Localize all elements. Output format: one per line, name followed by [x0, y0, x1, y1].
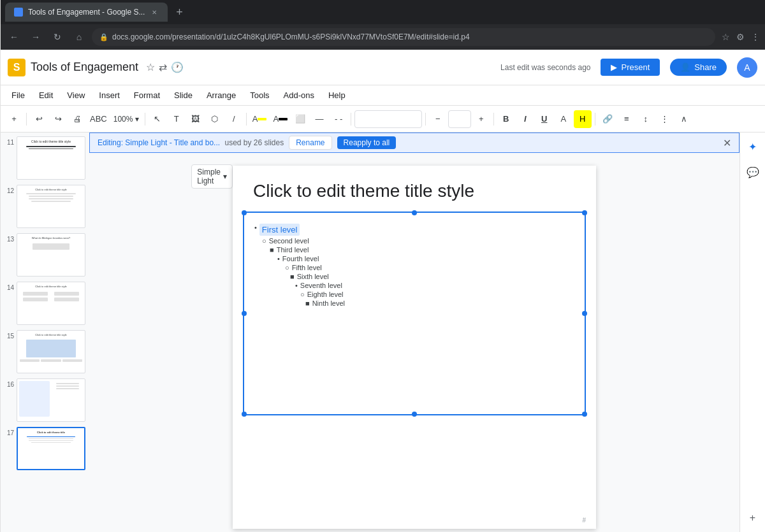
text-color-swatch [279, 118, 288, 120]
menu-insert[interactable]: Insert [92, 88, 126, 103]
slide-thumb-img-15: Click to edit theme title style [17, 330, 85, 373]
print-button[interactable]: 🖨 [68, 110, 86, 128]
active-tab[interactable]: Tools of Engagement - Google S... ✕ [5, 3, 168, 22]
font-name: Lexend Deca [360, 114, 409, 124]
zoom-button[interactable]: 100% ▾ [111, 110, 142, 128]
theme-name: Simple Light [197, 168, 221, 185]
back-button[interactable]: ← [5, 28, 23, 46]
slide-thumbnail-14[interactable]: 14 Click to edit theme title style [3, 280, 87, 326]
slide-thumbnail-16[interactable]: 16 [3, 377, 87, 423]
reload-button[interactable]: ↻ [48, 28, 66, 46]
underline-button[interactable]: U [536, 110, 553, 128]
decrease-font-button[interactable]: − [429, 110, 447, 128]
new-tab-button[interactable]: + [171, 4, 187, 20]
increase-font-button[interactable]: + [472, 110, 490, 128]
insert-link-button[interactable]: 🔗 [599, 110, 616, 128]
text-level2: Second level [269, 237, 309, 245]
align-button[interactable]: ≡ [618, 110, 636, 128]
menu-format[interactable]: Format [127, 88, 166, 103]
text-box-button[interactable]: T [168, 110, 186, 128]
slide-number-14: 14 [4, 282, 14, 291]
menu-edit[interactable]: Edit [33, 88, 59, 103]
present-button[interactable]: ▶ Present [601, 59, 660, 76]
main-layout: 11 Click to edit theme title style 12 Cl… [0, 133, 765, 532]
menu-help[interactable]: Help [322, 88, 352, 103]
slide-title[interactable]: Click to edit theme title style [233, 166, 596, 206]
font-color-button[interactable]: A [555, 110, 572, 128]
reapply-button[interactable]: Reapply to all [337, 136, 397, 149]
bullet-level8: ○ [300, 291, 305, 298]
highlight-button[interactable]: H [574, 110, 592, 128]
bullet-level7: • [295, 282, 298, 289]
extensions-button[interactable]: ⚙ [736, 32, 745, 42]
outline-item-level7: •Seventh level [254, 281, 574, 290]
comment-icon[interactable]: 💬 [744, 163, 762, 181]
menu-slide[interactable]: Slide [168, 88, 199, 103]
handle-top-mid[interactable] [412, 210, 417, 215]
text-color-button[interactable]: A [270, 110, 290, 128]
browser-controls: ← → ↻ ⌂ 🔒 docs.google.com/presentation/d… [0, 24, 765, 50]
slide-thumbnail-12[interactable]: 12 Click to edit theme title style [3, 183, 87, 229]
font-size-input[interactable]: 60 [448, 110, 471, 128]
image-button[interactable]: 🖼 [187, 110, 205, 128]
handle-bot-left[interactable] [242, 412, 247, 417]
line-dash-button[interactable]: - - [330, 110, 347, 128]
slide-thumbnail-11[interactable]: 11 Click to edit theme title style [3, 135, 87, 181]
text-level4: Fourth level [282, 255, 319, 262]
home-button[interactable]: ⌂ [70, 28, 88, 46]
border-color-button[interactable]: ⬜ [291, 110, 309, 128]
theme-selector[interactable]: Simple Light ▾ [191, 164, 233, 189]
menu-arrange[interactable]: Arrange [200, 88, 242, 103]
bg-color-swatch [258, 118, 266, 120]
bg-color-button[interactable]: A [250, 110, 270, 128]
slide-thumbnail-15[interactable]: 15 Click to edit theme title style [3, 329, 87, 375]
handle-mid-right[interactable] [582, 311, 587, 316]
cursor-button[interactable]: ↖ [149, 110, 166, 128]
collapse-toolbar-button[interactable]: ∧ [675, 110, 693, 128]
menu-tools[interactable]: Tools [244, 88, 275, 103]
bullet-level6: ■ [290, 273, 295, 280]
menu-file[interactable]: File [5, 88, 31, 103]
rename-button[interactable]: Rename [289, 136, 332, 150]
slide-body-area[interactable]: •First level○Second level■Third level•Fo… [243, 212, 586, 415]
slide-thumbnail-17[interactable]: 17 Click to edit theme title [3, 426, 87, 471]
menu-view[interactable]: View [61, 88, 91, 103]
expand-icon[interactable]: + [744, 509, 762, 527]
undo-button[interactable]: ↩ [30, 110, 48, 128]
shapes-button[interactable]: ⬡ [206, 110, 224, 128]
separator3 [246, 113, 247, 126]
line-spacing-button[interactable]: ↕ [637, 110, 655, 128]
italic-button[interactable]: I [516, 110, 534, 128]
close-banner-button[interactable]: ✕ [723, 137, 731, 149]
forward-button[interactable]: → [27, 28, 45, 46]
outline-item-level1: •First level [254, 223, 574, 236]
duet-ai-icon[interactable]: ✦ [744, 138, 762, 155]
line-button[interactable]: / [225, 110, 243, 128]
address-bar[interactable]: 🔒 docs.google.com/presentation/d/1ulzC4h… [92, 28, 715, 46]
handle-bot-right[interactable] [582, 412, 587, 417]
line-weight-button[interactable]: — [310, 110, 328, 128]
avatar[interactable]: A [737, 57, 757, 78]
slide-thumb-img-11: Click to edit theme title style [17, 136, 85, 180]
address-text: docs.google.com/presentation/d/1ulzC4h8K… [112, 32, 708, 41]
handle-mid-left[interactable] [242, 311, 247, 316]
redo-button[interactable]: ↪ [49, 110, 67, 128]
font-selector[interactable]: Lexend Deca ▾ Font [354, 110, 422, 128]
add-button[interactable]: + [5, 110, 23, 128]
share-button[interactable]: 👤 Share [670, 59, 727, 76]
handle-top-right[interactable] [582, 210, 587, 215]
handle-bot-mid[interactable] [412, 412, 417, 417]
menu-addons[interactable]: Add-ons [277, 88, 321, 103]
star-icon[interactable]: ☆ [146, 61, 155, 73]
history-icon[interactable]: 🕐 [171, 61, 184, 73]
bold-button[interactable]: B [497, 110, 515, 128]
browser-menu-button[interactable]: ⋮ [751, 32, 760, 42]
slide-thumbnail-13[interactable]: 13 What do Michigan brandios wear? [3, 232, 87, 278]
handle-top-left[interactable] [242, 210, 247, 215]
bookmark-button[interactable]: ☆ [722, 32, 730, 42]
tab-close-button[interactable]: ✕ [150, 8, 159, 17]
spell-check-button[interactable]: ABC [87, 110, 110, 128]
move-icon[interactable]: ⇄ [159, 61, 167, 73]
more-button[interactable]: ⋮ [656, 110, 674, 128]
outline-item-level9: ■Ninth level [254, 299, 574, 308]
